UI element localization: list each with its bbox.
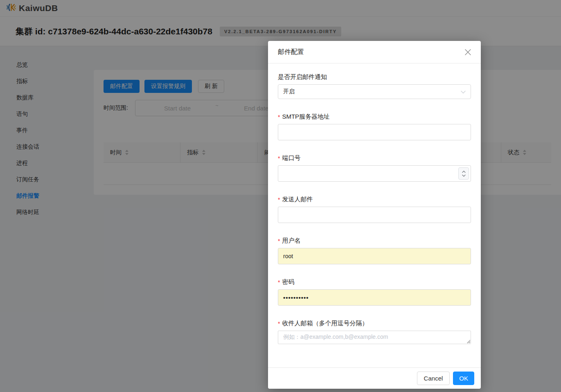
required-mark: * — [278, 155, 280, 162]
password-label: * 密码 — [278, 278, 471, 286]
notify-select[interactable]: 开启 — [278, 84, 471, 99]
required-mark: * — [278, 196, 280, 203]
recipients-textarea[interactable] — [278, 331, 471, 344]
password-input[interactable] — [278, 289, 471, 306]
smtp-input[interactable] — [278, 124, 471, 140]
username-label: * 用户名 — [278, 237, 471, 245]
required-mark: * — [278, 279, 280, 286]
smtp-label: * SMTP服务器地址 — [278, 113, 471, 121]
modal-header: 邮件配置 — [268, 41, 481, 63]
ok-button[interactable]: OK — [453, 372, 474, 385]
number-stepper[interactable] — [458, 167, 469, 180]
email-config-modal: 邮件配置 是否开启邮件通知 开启 * SMTP — [268, 41, 481, 389]
sender-email-input[interactable] — [278, 207, 471, 223]
close-icon[interactable] — [465, 49, 471, 55]
chevron-down-icon — [461, 88, 466, 95]
required-mark: * — [278, 114, 280, 120]
notify-label: 是否开启邮件通知 — [278, 73, 471, 81]
port-input[interactable] — [278, 165, 471, 182]
field-smtp: * SMTP服务器地址 — [278, 113, 471, 140]
required-mark: * — [278, 320, 280, 327]
field-port: * 端口号 — [278, 154, 471, 182]
field-password: * 密码 — [278, 278, 471, 306]
notify-select-value: 开启 — [283, 88, 295, 95]
field-sender: * 发送人邮件 — [278, 196, 471, 223]
stepper-up-icon[interactable] — [462, 171, 466, 173]
cancel-button[interactable]: Cancel — [417, 372, 450, 385]
field-username: * 用户名 — [278, 237, 471, 264]
sender-label: * 发送人邮件 — [278, 196, 471, 203]
stepper-down-icon[interactable] — [462, 174, 466, 177]
username-input[interactable] — [278, 248, 471, 264]
recipients-label: * 收件人邮箱（多个用逗号分隔） — [278, 320, 471, 327]
field-notify: 是否开启邮件通知 开启 — [278, 73, 471, 99]
modal-body: 是否开启邮件通知 开启 * SMTP服务器地址 * 端口号 — [268, 63, 481, 367]
modal-title: 邮件配置 — [278, 48, 304, 56]
field-recipients: * 收件人邮箱（多个用逗号分隔） — [278, 320, 471, 344]
port-label: * 端口号 — [278, 154, 471, 162]
required-mark: * — [278, 238, 280, 244]
modal-footer: Cancel OK — [268, 367, 481, 389]
